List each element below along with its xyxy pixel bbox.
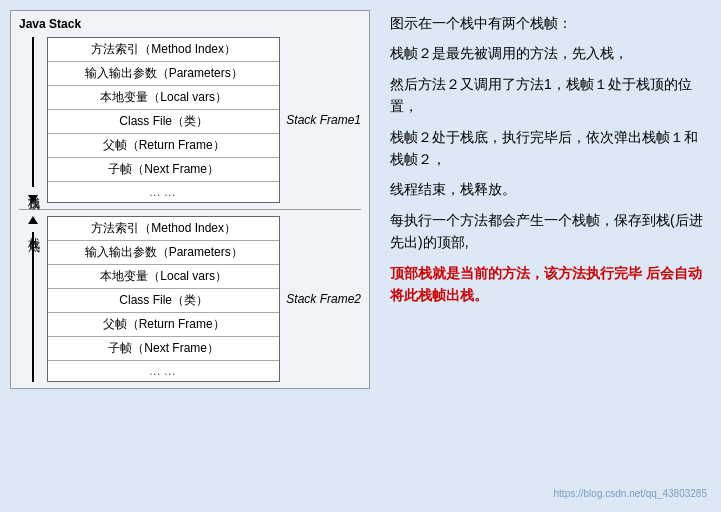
frame2-row-4: 父帧（Return Frame） xyxy=(48,313,279,337)
para5: 线程结束，栈释放。 xyxy=(390,178,707,200)
stack-divider xyxy=(19,209,361,210)
frame2-label: Stack Frame2 xyxy=(280,216,361,382)
para6-normal: 每执行一个方法都会产生一个栈帧，保存到栈(后进先出)的顶部, xyxy=(390,209,707,254)
frame1-table: 方法索引（Method Index） 输入输出参数（Parameters） 本地… xyxy=(47,37,280,203)
stack-top-label-container: 栈顶 xyxy=(19,37,47,203)
java-stack-diagram: Java Stack 栈顶 方法索引（Method Index） 输入输出参数（… xyxy=(10,10,370,389)
left-panel: Java Stack 栈顶 方法索引（Method Index） 输入输出参数（… xyxy=(0,0,380,512)
para6-red: 顶部栈就是当前的方法，该方法执行完毕 后会自动将此栈帧出栈。 xyxy=(390,262,707,307)
stack-bottom-label-container: 栈底 xyxy=(19,216,47,382)
para2: 栈帧２是最先被调用的方法，先入栈， xyxy=(390,42,707,64)
arrow-line-top xyxy=(32,37,34,187)
arrow-down-icon xyxy=(28,195,38,203)
frame1-label: Stack Frame1 xyxy=(280,37,361,203)
frame1-row-0: 方法索引（Method Index） xyxy=(48,38,279,62)
frame2-table: 方法索引（Method Index） 输入输出参数（Parameters） 本地… xyxy=(47,216,280,382)
frame2-row-3: Class File（类） xyxy=(48,289,279,313)
frame1-container: 方法索引（Method Index） 输入输出参数（Parameters） 本地… xyxy=(47,37,280,203)
frame2-row-1: 输入输出参数（Parameters） xyxy=(48,241,279,265)
stack-top-label: 栈顶 xyxy=(25,187,42,191)
frame2-container: 方法索引（Method Index） 输入输出参数（Parameters） 本地… xyxy=(47,216,280,382)
frame1-row-4: 父帧（Return Frame） xyxy=(48,134,279,158)
arrow-up-icon xyxy=(28,216,38,224)
frame1-row-3: Class File（类） xyxy=(48,110,279,134)
frame2-row-6: …… xyxy=(48,361,279,381)
frame2-row-5: 子帧（Next Frame） xyxy=(48,337,279,361)
right-panel: 图示在一个栈中有两个栈帧： 栈帧２是最先被调用的方法，先入栈， 然后方法２又调用… xyxy=(380,0,721,512)
stack-frame2-section: 栈底 方法索引（Method Index） 输入输出参数（Parameters）… xyxy=(19,216,361,382)
arrow-line-bottom xyxy=(32,232,34,382)
java-stack-title: Java Stack xyxy=(19,17,361,31)
frame1-row-6: …… xyxy=(48,182,279,202)
frame1-row-5: 子帧（Next Frame） xyxy=(48,158,279,182)
frame2-row-0: 方法索引（Method Index） xyxy=(48,217,279,241)
stack-frame1-section: 栈顶 方法索引（Method Index） 输入输出参数（Parameters）… xyxy=(19,37,361,203)
frame2-row-2: 本地变量（Local vars） xyxy=(48,265,279,289)
para3: 然后方法２又调用了方法1，栈帧１处于栈顶的位置， xyxy=(390,73,707,118)
para1: 图示在一个栈中有两个栈帧： xyxy=(390,12,707,34)
para4: 栈帧２处于栈底，执行完毕后，依次弹出栈帧１和栈帧２， xyxy=(390,126,707,171)
frame1-row-2: 本地变量（Local vars） xyxy=(48,86,279,110)
watermark: https://blog.csdn.net/qq_43803285 xyxy=(390,486,707,502)
frame1-row-1: 输入输出参数（Parameters） xyxy=(48,62,279,86)
